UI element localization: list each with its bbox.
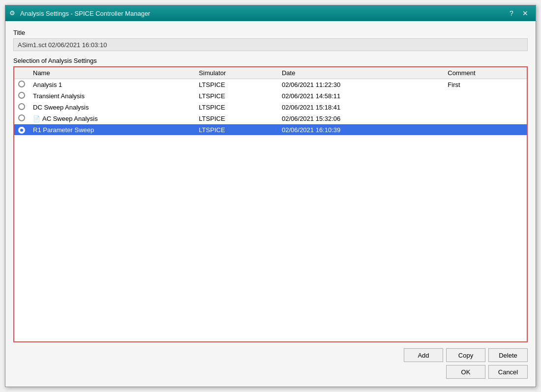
btn-row1: Add Copy Delete [13, 348, 528, 362]
app-icon: ⚙ [9, 9, 17, 17]
cell-simulator-4: LTSPICE [195, 124, 278, 135]
row-name-text: AC Sweep Analysis [42, 115, 98, 122]
cell-date-3: 02/06/2021 15:32:06 [278, 113, 444, 124]
title-bar: ⚙ Analysis Settings - SPICE Controller M… [5, 5, 536, 21]
radio-unselected-icon [18, 92, 25, 99]
buttons-section: Add Copy Delete OK Cancel [13, 348, 528, 379]
row-name-text: Analysis 1 [33, 81, 62, 88]
table-row[interactable]: 📄AC Sweep AnalysisLTSPICE02/06/2021 15:3… [14, 113, 527, 124]
col-header-name: Name [29, 67, 195, 79]
title-label: Title [13, 29, 528, 36]
cell-name-1: Transient Analysis [29, 90, 195, 102]
add-button[interactable]: Add [404, 348, 443, 362]
table-row[interactable]: Analysis 1LTSPICE02/06/2021 11:22:30Firs… [14, 79, 527, 91]
cell-date-1: 02/06/2021 14:58:11 [278, 90, 444, 102]
col-header-date: Date [278, 67, 444, 79]
file-icon: 📄 [33, 115, 40, 122]
cell-date-4: 02/06/2021 16:10:39 [278, 124, 444, 135]
delete-button[interactable]: Delete [488, 348, 528, 362]
cell-name-3: 📄AC Sweep Analysis [29, 113, 195, 124]
analysis-table: Name Simulator Date Comment Analysis 1LT… [14, 67, 527, 135]
help-button[interactable]: ? [505, 8, 518, 19]
selection-section: Selection of Analysis Settings Name Simu… [13, 57, 528, 342]
cell-simulator-2: LTSPICE [195, 102, 278, 113]
radio-unselected-icon [18, 81, 25, 87]
cell-comment-3 [444, 113, 527, 124]
window-title: Analysis Settings - SPICE Controller Man… [20, 10, 505, 17]
col-header-radio [14, 67, 29, 79]
cancel-button[interactable]: Cancel [488, 365, 528, 379]
radio-unselected-icon [18, 114, 25, 121]
radio-unselected-icon [18, 103, 25, 110]
close-button[interactable]: ✕ [519, 8, 532, 19]
analysis-table-container: Name Simulator Date Comment Analysis 1LT… [13, 66, 528, 342]
copy-button[interactable]: Copy [446, 348, 485, 362]
cell-comment-4 [444, 124, 527, 135]
radio-cell-2[interactable] [14, 102, 29, 113]
table-header-row: Name Simulator Date Comment [14, 67, 527, 79]
selection-label: Selection of Analysis Settings [13, 57, 528, 64]
cell-simulator-0: LTSPICE [195, 79, 278, 91]
radio-cell-4[interactable] [14, 124, 29, 135]
title-value: ASim1.sct 02/06/2021 16:03:10 [13, 38, 528, 51]
cell-date-0: 02/06/2021 11:22:30 [278, 79, 444, 91]
radio-inner-dot [20, 129, 23, 132]
main-window: ⚙ Analysis Settings - SPICE Controller M… [5, 5, 536, 387]
cell-simulator-1: LTSPICE [195, 90, 278, 102]
row-name-text: DC Sweep Analysis [33, 104, 89, 111]
cell-simulator-3: LTSPICE [195, 113, 278, 124]
cell-date-2: 02/06/2021 15:18:41 [278, 102, 444, 113]
radio-cell-0[interactable] [14, 79, 29, 91]
radio-cell-3[interactable] [14, 113, 29, 124]
col-header-comment: Comment [444, 67, 527, 79]
cell-name-0: Analysis 1 [29, 79, 195, 91]
radio-selected-icon [18, 127, 25, 134]
cell-comment-0: First [444, 79, 527, 91]
btn-row2: OK Cancel [13, 365, 528, 379]
dialog-content: Title ASim1.sct 02/06/2021 16:03:10 Sele… [5, 21, 536, 387]
cell-name-4: R1 Parameter Sweep [29, 124, 195, 135]
table-row[interactable]: DC Sweep AnalysisLTSPICE02/06/2021 15:18… [14, 102, 527, 113]
ok-button[interactable]: OK [446, 365, 485, 379]
radio-cell-1[interactable] [14, 90, 29, 102]
title-bar-buttons: ? ✕ [505, 8, 532, 19]
cell-comment-1 [444, 90, 527, 102]
cell-comment-2 [444, 102, 527, 113]
title-section: Title ASim1.sct 02/06/2021 16:03:10 [13, 29, 528, 51]
row-name-text: Transient Analysis [33, 92, 85, 100]
table-row[interactable]: R1 Parameter SweepLTSPICE02/06/2021 16:1… [14, 124, 527, 135]
col-header-simulator: Simulator [195, 67, 278, 79]
cell-name-2: DC Sweep Analysis [29, 102, 195, 113]
row-name-text: R1 Parameter Sweep [33, 126, 94, 134]
table-row[interactable]: Transient AnalysisLTSPICE02/06/2021 14:5… [14, 90, 527, 102]
